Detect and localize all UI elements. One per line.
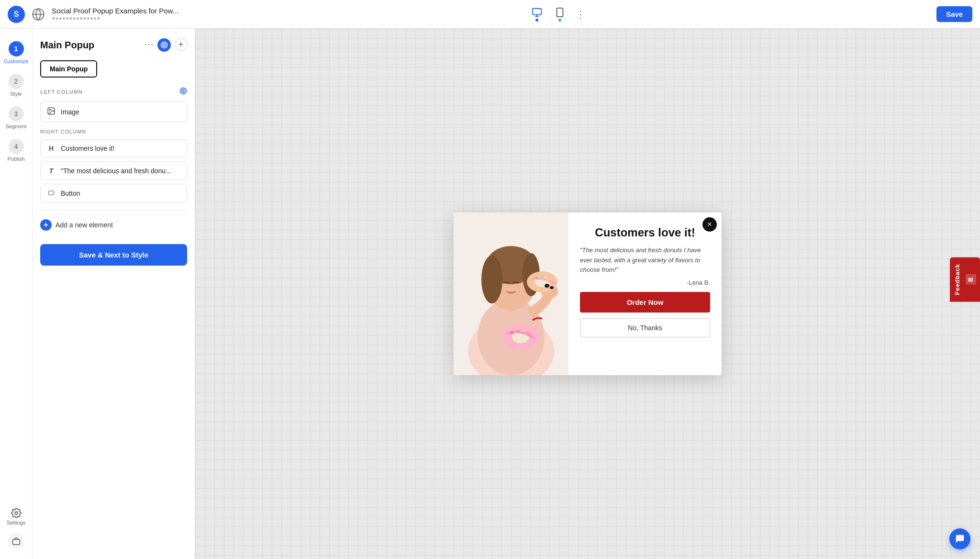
nav-number-4: 4 — [9, 139, 24, 154]
app-logo: S — [8, 6, 25, 23]
sidebar-title: Main Popup — [40, 40, 94, 51]
popup-right-column: Customers love it! "The most delicious a… — [568, 212, 722, 375]
mobile-view-button[interactable] — [553, 5, 567, 23]
nav-item-segment[interactable]: 3 Segment — [0, 101, 32, 134]
right-column-label: RIGHT COLUMN — [40, 129, 187, 134]
nav-label-segment: Segment — [5, 123, 26, 129]
desktop-view-button[interactable] — [530, 5, 544, 23]
briefcase-icon — [12, 537, 21, 546]
image-element-label: Image — [61, 108, 79, 116]
svg-point-11 — [164, 45, 165, 46]
preview-canvas: × — [195, 29, 980, 559]
nav-item-style[interactable]: 2 Style — [0, 69, 32, 101]
nav-settings[interactable]: Settings — [7, 508, 26, 525]
mobile-icon — [555, 7, 565, 18]
popup-preview: × — [454, 212, 722, 375]
tab-row: Main Popup — [40, 60, 187, 78]
svg-rect-5 — [557, 8, 563, 16]
main-popup-tab[interactable]: Main Popup — [40, 60, 97, 78]
svg-rect-2 — [533, 8, 541, 14]
heading-icon: H — [46, 145, 56, 152]
more-options-button[interactable]: ⋮ — [576, 9, 585, 20]
chat-icon — [955, 534, 965, 544]
popup-author: -Lena B. — [580, 279, 710, 286]
heading-element-row[interactable]: H Customers love it! — [40, 139, 187, 157]
nav-number-2: 2 — [9, 74, 24, 89]
text-icon: T — [46, 167, 56, 175]
order-now-button[interactable]: Order Now — [580, 292, 710, 313]
svg-rect-8 — [12, 539, 20, 545]
button-element-label: Button — [61, 190, 80, 197]
svg-point-14 — [183, 90, 184, 92]
button-element-row[interactable]: Button — [40, 184, 187, 202]
nav-label-style: Style — [10, 91, 22, 97]
topbar: S Social Proof Popup Examples for Pow...… — [0, 0, 980, 29]
popup-close-button[interactable]: × — [702, 217, 717, 232]
text-element-label: "The most delicious and fresh donu... — [61, 167, 171, 175]
popup-heading: Customers love it! — [580, 226, 710, 240]
svg-point-7 — [15, 512, 18, 514]
popup-quote: "The most delicious and fresh donuts I h… — [580, 246, 710, 275]
device-switcher: ⋮ — [530, 5, 585, 23]
svg-point-37 — [545, 284, 549, 288]
feedback-email-icon: ✉ — [966, 274, 976, 285]
nav-label-customize: Customize — [4, 58, 29, 64]
button-icon — [46, 189, 56, 197]
svg-rect-17 — [49, 191, 54, 195]
page-title: Social Proof Popup Examples for Pow... — [52, 7, 178, 15]
left-column-icon — [179, 87, 187, 95]
nav-item-publish[interactable]: 4 Publish — [0, 134, 32, 167]
add-element-label: Add a new element — [56, 221, 113, 229]
divider — [40, 210, 187, 211]
feedback-tab[interactable]: Feedback ✉ — [950, 257, 980, 302]
topbar-title-area: Social Proof Popup Examples for Pow... ●… — [52, 7, 178, 22]
svg-point-16 — [49, 109, 50, 110]
target-icon-button[interactable] — [157, 38, 171, 52]
left-column-target-icon[interactable] — [179, 87, 187, 97]
text-element-row[interactable]: T "The most delicious and fresh donu... — [40, 161, 187, 180]
svg-point-10 — [162, 43, 166, 47]
image-element-row[interactable]: Image — [40, 101, 187, 122]
image-icon — [46, 107, 56, 117]
case-icon — [8, 533, 24, 549]
add-section-button[interactable]: + — [175, 38, 187, 51]
chat-button[interactable] — [949, 528, 970, 549]
heading-element-label: Customers love it! — [61, 145, 114, 152]
add-element-button[interactable]: + Add a new element — [40, 219, 187, 231]
target-icon — [160, 41, 168, 49]
woman-donut-image — [454, 212, 568, 375]
left-navigation: 1 Customize 2 Style 3 Segment 4 Publish … — [0, 29, 33, 559]
left-column-label: LEFT COLUMN — [40, 87, 187, 97]
nav-label-publish: Publish — [7, 156, 24, 162]
sidebar-more-button[interactable]: ⋯ — [144, 38, 154, 52]
svg-point-24 — [481, 256, 502, 303]
save-next-button[interactable]: Save & Next to Style — [40, 244, 187, 266]
nav-number-3: 3 — [9, 106, 24, 122]
topbar-left: S Social Proof Popup Examples for Pow...… — [8, 6, 178, 23]
nav-item-customize[interactable]: 1 Customize — [0, 36, 32, 69]
add-element-icon: + — [40, 219, 52, 231]
svg-point-13 — [181, 89, 185, 93]
nav-number-1: 1 — [9, 41, 24, 56]
settings-icon — [11, 508, 22, 518]
svg-point-38 — [550, 286, 554, 289]
no-thanks-button[interactable]: No, Thanks — [580, 318, 710, 337]
popup-image-column — [454, 212, 568, 375]
sidebar-header-icons: ⋯ + — [144, 38, 187, 52]
desktop-icon — [532, 7, 542, 18]
sidebar-panel: Main Popup ⋯ + Main Popup LEFT COLUMN — [33, 29, 195, 559]
globe-icon — [32, 8, 45, 21]
page-url: ●●●●●●●●●●●●●● — [52, 15, 178, 22]
settings-label: Settings — [7, 520, 26, 525]
sidebar-header: Main Popup ⋯ + — [40, 38, 187, 52]
save-button[interactable]: Save — [936, 6, 972, 22]
woman-illustration — [454, 212, 568, 375]
desktop-active-dot — [535, 19, 538, 22]
mobile-active-dot — [558, 19, 561, 22]
nav-case[interactable] — [8, 533, 24, 549]
